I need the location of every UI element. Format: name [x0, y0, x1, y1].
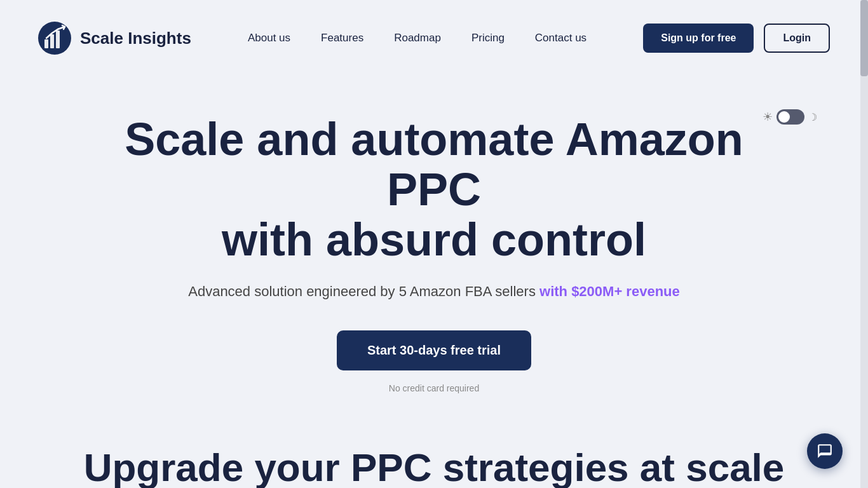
nav-roadmap[interactable]: Roadmap	[394, 32, 441, 44]
header: Scale Insights About us Features Roadmap…	[0, 0, 868, 76]
logo-icon	[38, 22, 71, 55]
scrollbar-track[interactable]	[860, 0, 868, 488]
main-nav: About us Features Roadmap Pricing Contac…	[248, 32, 587, 44]
bottom-title: Upgrade your PPC strategies at scale	[38, 444, 830, 488]
signup-button[interactable]: Sign up for free	[643, 24, 754, 53]
nav-contact[interactable]: Contact us	[535, 32, 587, 44]
nav-about[interactable]: About us	[248, 32, 290, 44]
theme-toggle-switch[interactable]	[776, 109, 804, 125]
bottom-section: Upgrade your PPC strategies at scale	[0, 419, 868, 488]
brand-name: Scale Insights	[80, 29, 191, 48]
nav-features[interactable]: Features	[321, 32, 363, 44]
svg-point-0	[38, 22, 71, 55]
hero-section: Scale and automate Amazon PPC with absur…	[0, 76, 868, 419]
chat-button[interactable]	[807, 433, 843, 469]
header-actions: Sign up for free Login	[643, 24, 830, 53]
svg-rect-1	[44, 39, 48, 48]
toggle-knob	[778, 111, 790, 123]
svg-rect-3	[56, 30, 60, 48]
login-button[interactable]: Login	[764, 24, 830, 53]
theme-toggle-area: ☀ ☽	[763, 109, 817, 125]
scrollbar-thumb[interactable]	[860, 0, 868, 76]
svg-rect-2	[50, 34, 54, 48]
logo-link[interactable]: Scale Insights	[38, 22, 191, 55]
no-credit-text: No credit card required	[38, 383, 830, 393]
sun-icon: ☀	[763, 110, 773, 124]
hero-subtitle: Advanced solution engineered by 5 Amazon…	[38, 283, 830, 300]
trial-button[interactable]: Start 30-days free trial	[337, 330, 531, 370]
hero-title: Scale and automate Amazon PPC with absur…	[85, 114, 783, 266]
chat-icon	[817, 443, 833, 459]
moon-icon: ☽	[808, 111, 817, 123]
hero-highlight: with $200M+ revenue	[539, 283, 680, 299]
cta-area: Start 30-days free trial No credit card …	[38, 330, 830, 393]
nav-pricing[interactable]: Pricing	[471, 32, 505, 44]
